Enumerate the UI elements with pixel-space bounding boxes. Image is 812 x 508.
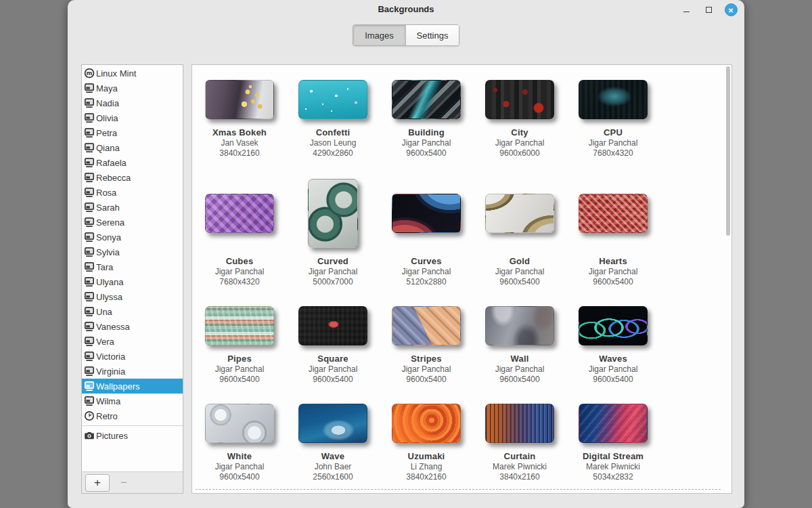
wallpaper-thumbnail[interactable] [579,306,648,345]
sidebar-item-rebecca[interactable]: Rebecca [82,170,183,185]
sidebar-item-serena[interactable]: Serena [82,215,183,230]
sidebar-item-rafaela[interactable]: Rafaela [82,155,183,170]
wallpaper-thumbnail[interactable] [298,306,367,345]
sidebar-item-sonya[interactable]: Sonya [82,230,183,245]
wallpapers-panel: Xmas BokehJan Vasek3840x2160ConfettiJaso… [191,64,732,494]
minimize-button[interactable] [679,3,693,16]
sidebar-item-label: Olivia [96,113,118,123]
sidebar-item-sarah[interactable]: Sarah [82,200,183,215]
wallpaper-thumbnail[interactable] [205,80,274,119]
wallpaper-item[interactable]: SquareJigar Panchal9600x5400 [286,306,380,385]
wallpaper-item[interactable]: CubesJigar Panchal7680x4320 [193,179,286,287]
wallpaper-item[interactable]: CPUJigar Panchal7680x4320 [566,80,660,158]
sidebar-item-tara[interactable]: Tara [82,259,183,274]
maximize-icon [706,7,712,13]
wallpaper-item[interactable]: Digital StreamMarek Piwnicki5034x2832 [566,404,660,482]
wallpaper-thumbnail[interactable] [205,306,274,345]
wallpaper-thumbnail[interactable] [298,80,367,119]
wallpaper-item[interactable]: WavesJigar Panchal9600x5400 [566,306,660,385]
sidebar-item-ulyana[interactable]: Ulyana [82,274,183,289]
titlebar[interactable]: Backgrounds ✕ [68,0,744,19]
desktop: Backgrounds ✕ Images Settings mLinux Min… [0,0,812,508]
sidebar-item-label: Rosa [96,188,116,198]
wallpaper-thumbnail[interactable] [392,306,461,345]
wallpaper-item[interactable]: StripesJigar Panchal9600x5400 [380,306,473,385]
wallpaper-item[interactable]: CityJigar Panchal9600x6000 [473,80,566,158]
sidebar-item-label: Una [96,307,112,317]
sidebar-item-vanessa[interactable]: Vanessa [82,319,183,334]
sidebar-item-pictures[interactable]: Pictures [82,428,183,443]
wallpaper-thumbnail[interactable] [205,194,274,233]
wallpaper-author: Jigar Panchal [495,138,545,148]
wallpaper-thumbnail[interactable] [485,306,554,345]
backgrounds-window: Backgrounds ✕ Images Settings mLinux Min… [68,0,744,508]
wallpaper-thumbnail[interactable] [485,404,554,443]
wallpaper-item[interactable]: WallJigar Panchal9600x5400 [473,306,566,385]
sidebar-item-vera[interactable]: Vera [82,334,183,349]
sidebar-item-petra[interactable]: Petra [82,125,183,140]
wallpaper-item[interactable]: Xmas BokehJan Vasek3840x2160 [193,80,286,158]
wallpaper-author: John Baer [315,462,352,472]
add-folder-button[interactable]: + [85,474,110,492]
sidebar-item-qiana[interactable]: Qiana [82,140,183,155]
wallpaper-author: Jan Vasek [221,138,258,148]
sidebar-item-wilma[interactable]: Wilma [82,394,183,408]
wallpaper-item[interactable]: GoldJigar Panchal9600x5400 [473,179,566,287]
wallpaper-thumbnail[interactable] [579,404,648,443]
wallpaper-thumbnail[interactable] [485,80,554,119]
display-icon [84,142,95,153]
wallpaper-thumbnail[interactable] [205,404,274,443]
wallpaper-thumbnail[interactable] [392,80,461,119]
wallpaper-item[interactable]: UzumakiLi Zhang3840x2160 [380,404,473,482]
sidebar-item-victoria[interactable]: Victoria [82,349,183,364]
wallpaper-thumbnail[interactable] [579,80,648,119]
sidebar-item-label: Pictures [96,431,128,441]
wallpaper-thumbnail[interactable] [579,194,648,233]
sidebar-item-una[interactable]: Una [82,304,183,319]
sidebar-item-sylvia[interactable]: Sylvia [82,245,183,259]
scrollbar-thumb[interactable] [726,66,730,236]
collections-toolbar: + − [82,471,183,493]
sidebar-item-nadia[interactable]: Nadia [82,96,183,110]
wallpaper-title: Hearts [599,256,627,267]
sidebar-item-label: Tara [96,262,113,272]
tab-images[interactable]: Images [353,25,406,45]
wallpaper-thumb-area [205,80,274,119]
wallpaper-thumbnail[interactable] [298,404,367,443]
sidebar-item-rosa[interactable]: Rosa [82,185,183,200]
sidebar-item-olivia[interactable]: Olivia [82,110,183,125]
wallpaper-resolution: 9600x6000 [499,148,539,158]
wallpaper-item[interactable]: WhiteJigar Panchal9600x5400 [193,404,286,482]
wallpaper-item[interactable]: BuildingJigar Panchal9600x5400 [380,80,473,158]
wallpaper-thumbnail[interactable] [392,194,461,233]
sidebar-item-virginia[interactable]: Virginia [82,364,183,379]
remove-folder-button[interactable]: − [112,474,136,492]
display-icon [84,172,95,183]
wallpaper-thumbnail[interactable] [485,194,554,233]
wallpaper-thumbnail[interactable] [392,404,461,443]
maximize-button[interactable] [702,3,715,16]
sidebar-item-retro[interactable]: Retro [82,408,183,423]
close-button[interactable]: ✕ [724,3,738,16]
sidebar-item-maya[interactable]: Maya [82,81,183,96]
wallpaper-item[interactable]: CurvedJigar Panchal5000x7000 [286,179,380,287]
wallpaper-author: Jigar Panchal [402,138,451,148]
display-icon [84,157,95,168]
wallpaper-item[interactable]: ConfettiJason Leung4290x2860 [286,80,380,158]
wallpaper-item[interactable]: WaveJohn Baer2560x1600 [286,404,380,482]
display-icon [84,366,95,377]
display-icon [84,351,95,362]
wallpaper-thumb-area [298,404,367,443]
sidebar-item-ulyssa[interactable]: Ulyssa [82,289,183,304]
display-icon [84,306,95,317]
wallpaper-item[interactable]: HeartsJigar Panchal9600x5400 [566,179,660,287]
sidebar-item-linux-mint[interactable]: mLinux Mint [82,66,183,81]
display-icon [84,321,95,332]
tab-settings[interactable]: Settings [406,25,459,45]
scrollbar[interactable] [725,65,731,493]
wallpaper-item[interactable]: CurvesJigar Panchal5120x2880 [380,179,473,287]
wallpaper-item[interactable]: CurtainMarek Piwnicki3840x2160 [473,404,566,482]
wallpaper-thumbnail[interactable] [308,179,358,248]
wallpaper-item[interactable]: PipesJigar Panchal9600x5400 [193,306,286,385]
sidebar-item-wallpapers[interactable]: Wallpapers [82,379,183,394]
